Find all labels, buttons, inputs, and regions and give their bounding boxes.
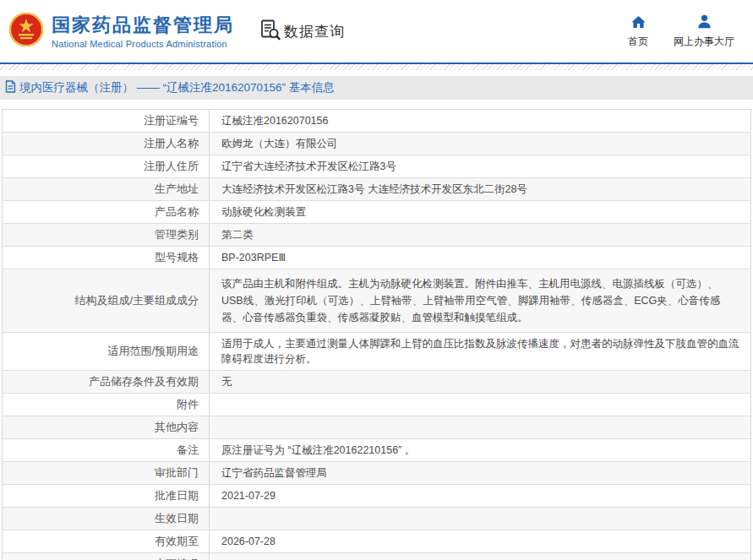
table-row: 结构及组成/主要组成成分该产品由主机和附件组成。主机为动脉硬化检测装置。附件由推… [3, 269, 750, 333]
table-row: 生产地址大连经济技术开发区松江路3号 大连经济技术开发区东北二街28号 [3, 178, 750, 201]
row-value: 2026-07-28 [210, 530, 750, 552]
row-value: 动脉硬化检测装置 [210, 201, 750, 223]
row-value: 该产品由主机和附件组成。主机为动脉硬化检测装置。附件由推车、主机用电源线、电源插… [210, 269, 750, 332]
row-label: 注册证编号 [3, 110, 210, 132]
row-label: 生产地址 [3, 178, 210, 200]
row-value: 第二类 [210, 224, 750, 246]
table-row: 其他内容 [3, 416, 750, 439]
row-label: 结构及组成/主要组成成分 [3, 269, 210, 332]
home-icon [630, 14, 647, 32]
site-title: 国家药品监督管理局 [52, 14, 234, 36]
row-label: 生效日期 [3, 508, 210, 530]
row-value: 辽械注准20162070156 [210, 110, 750, 132]
table-row: 适用范围/预期用途适用于成人，主要通过测量人体脚踝和上臂的血压比指数及脉波传播速… [3, 333, 750, 371]
header-nav: 首页 网上办事大厅 [628, 14, 734, 49]
row-value [210, 553, 750, 560]
table-row: 注册证编号辽械注准20162070156 [3, 110, 750, 133]
document-icon [5, 80, 16, 96]
row-label: 注册人名称 [3, 133, 210, 155]
table-row: 批准日期2021-07-29 [3, 485, 750, 508]
table-row: 附件 [3, 394, 750, 416]
row-value [210, 416, 750, 438]
row-label: 产品名称 [3, 201, 210, 223]
table-row: 管理类别第二类 [3, 224, 750, 247]
site-header: 国家药品监督管理局 National Medical Products Admi… [0, 0, 753, 63]
row-value [210, 394, 750, 416]
table-row: 注册人名称欧姆龙（大连）有限公司 [3, 133, 750, 155]
row-label: 批准日期 [3, 485, 210, 507]
table-row: 有效期至2026-07-28 [3, 530, 750, 553]
row-value: 辽宁省大连经济技术开发区松江路3号 [210, 155, 750, 177]
row-value: 无 [210, 371, 750, 393]
site-title-block: 国家药品监督管理局 National Medical Products Admi… [52, 14, 234, 49]
nav-service-hall-label: 网上办事大厅 [674, 35, 734, 49]
document-search-icon [259, 19, 281, 44]
row-label: 产品储存条件及有效期 [3, 371, 210, 393]
row-label: 有效期至 [3, 530, 210, 552]
row-label: 型号规格 [3, 247, 210, 269]
data-query-section[interactable]: 数据查询 [259, 19, 345, 44]
table-row: 变更情况 [3, 553, 750, 560]
row-label: 备注 [3, 439, 210, 461]
row-label: 审批部门 [3, 462, 210, 484]
gap-strip [0, 70, 753, 76]
hatched-strip [0, 64, 753, 70]
table-row: 生效日期 [3, 508, 750, 530]
row-label: 其他内容 [3, 416, 210, 438]
row-value: 大连经济技术开发区松江路3号 大连经济技术开发区东北二街28号 [210, 178, 750, 200]
row-value: 适用于成人，主要通过测量人体脚踝和上臂的血压比指数及脉波传播速度，对患者的动脉弹… [210, 333, 750, 370]
table-row: 注册人住所辽宁省大连经济技术开发区松江路3号 [3, 155, 750, 178]
row-value [210, 508, 750, 530]
nav-item-service-hall[interactable]: 网上办事大厅 [674, 14, 734, 49]
row-label: 管理类别 [3, 224, 210, 246]
table-row: 审批部门辽宁省药品监督管理局 [3, 462, 750, 485]
nav-item-home[interactable]: 首页 [628, 14, 648, 49]
row-label: 附件 [3, 394, 210, 416]
breadcrumb-text: 境内医疗器械（注册） —— “辽械注准20162070156” 基本信息 [19, 80, 335, 95]
row-value: 辽宁省药品监督管理局 [210, 462, 750, 484]
nav-home-label: 首页 [628, 35, 648, 49]
table-row: 产品储存条件及有效期无 [3, 371, 750, 394]
site-subtitle: National Medical Products Administration [52, 39, 234, 49]
info-table: 注册证编号辽械注准20162070156注册人名称欧姆龙（大连）有限公司注册人住… [2, 109, 751, 560]
row-value: 2021-07-29 [210, 485, 750, 507]
row-label: 适用范围/预期用途 [3, 333, 210, 370]
row-value: 欧姆龙（大连）有限公司 [210, 133, 750, 155]
breadcrumb: 境内医疗器械（注册） —— “辽械注准20162070156” 基本信息 [0, 76, 753, 100]
data-query-label: 数据查询 [284, 22, 345, 41]
person-icon [697, 14, 712, 32]
row-value: BP-203RPEⅢ [210, 247, 750, 269]
table-row: 备注原注册证号为 “辽械注准20162210156” 。 [3, 439, 750, 462]
table-row: 型号规格BP-203RPEⅢ [3, 247, 750, 269]
national-emblem-logo [8, 9, 44, 53]
table-row: 产品名称动脉硬化检测装置 [3, 201, 750, 224]
row-value: 原注册证号为 “辽械注准20162210156” 。 [210, 439, 750, 461]
row-label: 注册人住所 [3, 155, 210, 177]
row-label: 变更情况 [3, 553, 210, 560]
